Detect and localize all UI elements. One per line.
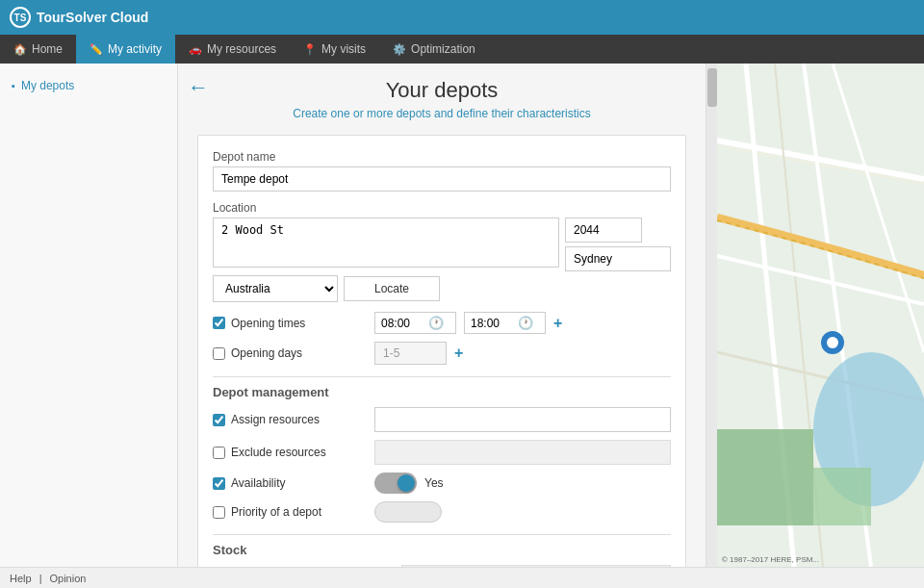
optimization-icon: ⚙️: [393, 43, 406, 56]
time-start-wrap: 🕐: [374, 312, 456, 334]
svg-rect-10: [717, 429, 813, 525]
exclude-resources-row: Exclude resources: [213, 440, 671, 465]
opening-days-checkbox[interactable]: [213, 347, 225, 360]
main-layout: ▪ My depots ← Your depots Create one or …: [0, 64, 924, 567]
exclude-resources-checkbox[interactable]: [213, 447, 225, 459]
time-end-wrap: 🕐: [464, 312, 546, 334]
location-row2: Australia Locate: [213, 275, 671, 302]
clock-start-icon: 🕐: [428, 316, 444, 330]
location-group: Location Australia: [213, 201, 671, 302]
svg-point-13: [827, 337, 838, 348]
page-subtitle: Create one or more depots and define the…: [197, 107, 686, 120]
depot-name-input[interactable]: [213, 166, 671, 192]
time-end-input[interactable]: [471, 317, 514, 330]
app-logo: TS TourSolver Cloud: [10, 7, 148, 28]
depots-icon: ▪: [12, 80, 15, 91]
content-area: ← Your depots Create one or more depots …: [178, 64, 924, 567]
opening-days-row: Opening days 1-5 +: [213, 342, 671, 365]
add-time-button[interactable]: +: [553, 315, 562, 332]
opening-times-label[interactable]: Opening times: [213, 317, 367, 330]
nav-bar: 🏠 Home ✏️ My activity 🚗 My resources 📍 M…: [0, 35, 924, 64]
resources-icon: 🚗: [189, 43, 202, 56]
map-area: © 1987–2017 HERE, PSM...: [717, 64, 924, 567]
clock-end-icon: 🕐: [518, 316, 533, 330]
stock-title: Stock: [213, 543, 671, 557]
nav-my-resources[interactable]: 🚗 My resources: [175, 35, 290, 64]
depot-management-divider: [213, 376, 671, 377]
opening-times-checkbox[interactable]: [213, 317, 225, 329]
home-icon: 🏠: [13, 43, 27, 56]
zip-input[interactable]: [565, 217, 642, 243]
zip-city-wrap: [565, 217, 671, 271]
availability-row: Availability Yes: [213, 473, 671, 494]
compatibility-row: Compatibility with the resources: [213, 565, 671, 567]
svg-text:© 1987–2017 HERE, PSM...: © 1987–2017 HERE, PSM...: [722, 555, 819, 564]
time-start-input[interactable]: [381, 317, 424, 330]
content-wrapper: ← Your depots Create one or more depots …: [178, 64, 924, 567]
visits-icon: 📍: [303, 43, 317, 56]
exclude-resources-label[interactable]: Exclude resources: [213, 446, 367, 459]
assign-resources-input[interactable]: [374, 407, 671, 432]
add-days-button[interactable]: +: [454, 345, 463, 362]
priority-row: Priority of a depot: [213, 501, 671, 523]
scrollbar-track[interactable]: [706, 64, 717, 567]
compatibility-input: [401, 565, 671, 567]
priority-toggle-disabled: [374, 501, 442, 523]
priority-label[interactable]: Priority of a depot: [213, 505, 367, 519]
city-input[interactable]: [565, 246, 671, 271]
back-arrow-icon[interactable]: ←: [188, 75, 209, 99]
availability-toggle[interactable]: [374, 473, 417, 494]
map-svg: © 1987–2017 HERE, PSM...: [717, 64, 924, 567]
street-input[interactable]: [213, 217, 559, 268]
assign-resources-checkbox[interactable]: [213, 414, 225, 426]
top-bar: TS TourSolver Cloud: [0, 0, 924, 35]
opening-times-row: Opening times 🕐 🕐 +: [213, 312, 671, 334]
nav-my-activity[interactable]: ✏️ My activity: [76, 35, 175, 64]
location-row1: [213, 217, 671, 271]
nav-home[interactable]: 🏠 Home: [0, 35, 76, 64]
availability-label[interactable]: Availability: [213, 476, 367, 490]
footer-help[interactable]: Help: [10, 573, 32, 584]
footer-opinion[interactable]: Opinion: [49, 573, 86, 584]
location-label: Location: [213, 201, 671, 215]
nav-my-visits[interactable]: 📍 My visits: [290, 35, 379, 64]
back-button[interactable]: ←: [188, 75, 209, 100]
page-title: Your depots: [197, 78, 686, 103]
svg-rect-11: [813, 468, 871, 525]
opening-days-label[interactable]: Opening days: [213, 346, 367, 360]
availability-toggle-label: Yes: [424, 476, 444, 490]
locate-button[interactable]: Locate: [344, 276, 440, 301]
stock-divider: [213, 534, 671, 535]
logo-icon: TS: [10, 7, 31, 28]
depot-name-label: Depot name: [213, 150, 671, 164]
priority-checkbox[interactable]: [213, 506, 225, 519]
form-card: Depot name Location: [197, 135, 686, 567]
exclude-resources-input: [374, 440, 671, 465]
availability-toggle-wrap: Yes: [374, 473, 444, 494]
scrollbar-thumb[interactable]: [707, 68, 717, 107]
form-scroll-area[interactable]: ← Your depots Create one or more depots …: [178, 64, 706, 567]
assign-resources-row: Assign resources: [213, 407, 671, 432]
country-select[interactable]: Australia: [213, 275, 338, 302]
availability-checkbox[interactable]: [213, 477, 225, 490]
street-wrap: [213, 217, 559, 270]
sidebar: ▪ My depots: [0, 64, 178, 567]
days-field: 1-5: [374, 342, 447, 365]
sidebar-item-my-depots[interactable]: ▪ My depots: [0, 73, 177, 98]
app-title: TourSolver Cloud: [37, 10, 148, 25]
nav-optimization[interactable]: ⚙️ Optimization: [379, 35, 489, 64]
map-placeholder: © 1987–2017 HERE, PSM...: [717, 64, 924, 567]
toggle-slider: [374, 473, 417, 494]
depot-management-title: Depot management: [213, 385, 671, 399]
footer: Help | Opinion: [0, 567, 924, 588]
depot-name-group: Depot name: [213, 150, 671, 192]
activity-icon: ✏️: [90, 43, 103, 56]
assign-resources-label[interactable]: Assign resources: [213, 413, 367, 426]
page-title-area: Your depots Create one or more depots an…: [197, 78, 686, 120]
